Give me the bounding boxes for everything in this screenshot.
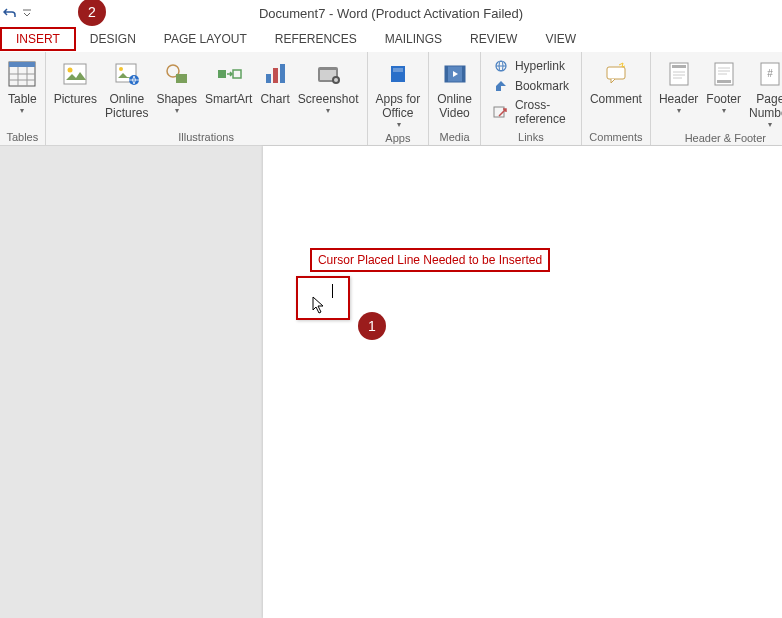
chevron-down-icon: ▾: [768, 120, 772, 129]
svg-point-8: [68, 68, 73, 73]
chevron-down-icon: ▾: [397, 120, 401, 129]
pictures-button[interactable]: Pictures: [50, 55, 101, 108]
comment-icon: [603, 57, 629, 91]
ribbon: Table ▾ Tables Pictures Online Pictures …: [0, 52, 782, 146]
group-label-media: Media: [429, 130, 480, 145]
cross-reference-label: Cross-reference: [515, 98, 569, 126]
document-page[interactable]: [263, 146, 782, 618]
cross-reference-button[interactable]: Cross-reference: [491, 97, 571, 127]
group-label-links: Links: [481, 130, 581, 145]
group-media: Online Video Media: [429, 52, 481, 145]
comment-button[interactable]: Comment: [586, 55, 646, 108]
svg-rect-15: [233, 70, 241, 78]
annotation-badge-1: 1: [358, 312, 386, 340]
group-label-apps: Apps: [368, 131, 429, 146]
tab-review[interactable]: REVIEW: [456, 27, 531, 51]
apps-label: Apps for Office: [376, 92, 421, 120]
shapes-label: Shapes: [156, 92, 197, 106]
header-button[interactable]: Header ▾: [655, 55, 702, 117]
svg-rect-26: [445, 66, 448, 82]
chevron-down-icon: ▾: [722, 106, 726, 115]
table-icon: [8, 57, 36, 91]
ribbon-tabs: INSERT DESIGN PAGE LAYOUT REFERENCES MAI…: [0, 26, 782, 52]
svg-rect-42: [717, 80, 731, 83]
comment-label: Comment: [590, 92, 642, 106]
footer-button[interactable]: Footer ▾: [702, 55, 745, 117]
svg-point-22: [334, 78, 338, 82]
apps-for-office-button[interactable]: Apps for Office ▾: [372, 55, 425, 131]
table-label: Table: [8, 92, 37, 106]
svg-rect-13: [176, 74, 187, 83]
svg-rect-18: [280, 64, 285, 83]
svg-rect-27: [462, 66, 465, 82]
group-comments: Comment Comments: [582, 52, 651, 145]
svg-text:#: #: [768, 68, 774, 79]
mouse-cursor-icon: [312, 296, 326, 314]
text-caret: [332, 284, 333, 298]
tab-insert[interactable]: INSERT: [0, 27, 76, 51]
chevron-down-icon: ▾: [326, 106, 330, 115]
footer-label: Footer: [706, 92, 741, 106]
qat-dropdown-icon[interactable]: [22, 6, 32, 20]
undo-icon[interactable]: [2, 5, 18, 21]
annotation-cursor-label: Cursor Placed Line Needed to be Inserted: [310, 248, 550, 272]
apps-icon: [385, 57, 411, 91]
tab-mailings[interactable]: MAILINGS: [371, 27, 456, 51]
footer-icon: [713, 57, 735, 91]
video-label: Online Video: [437, 92, 472, 120]
svg-rect-7: [64, 64, 86, 84]
chevron-down-icon: ▾: [20, 106, 24, 115]
pictures-icon: [62, 57, 88, 91]
svg-point-10: [119, 67, 123, 71]
workspace: [0, 146, 782, 618]
hyperlink-button[interactable]: Hyperlink: [491, 57, 571, 75]
group-label-illustrations: Illustrations: [46, 130, 367, 145]
group-apps: Apps for Office ▾ Apps: [368, 52, 430, 145]
annotation-cursor-box: [296, 276, 350, 320]
online-pictures-icon: [114, 57, 140, 91]
tab-design[interactable]: DESIGN: [76, 27, 150, 51]
page-number-icon: #: [759, 57, 781, 91]
screenshot-button[interactable]: Screenshot ▾: [294, 55, 363, 117]
chevron-down-icon: ▾: [677, 106, 681, 115]
chart-icon: [263, 57, 287, 91]
pictures-label: Pictures: [54, 92, 97, 106]
header-icon: [668, 57, 690, 91]
online-pictures-label: Online Pictures: [105, 92, 148, 120]
window-title: Document7 - Word (Product Activation Fai…: [259, 6, 523, 21]
chart-button[interactable]: Chart: [256, 55, 293, 108]
group-tables: Table ▾ Tables: [0, 52, 46, 145]
tab-view[interactable]: VIEW: [531, 27, 590, 51]
svg-rect-32: [607, 67, 625, 79]
screenshot-icon: [315, 57, 341, 91]
titlebar: Document7 - Word (Product Activation Fai…: [0, 0, 782, 26]
shapes-icon: [164, 57, 190, 91]
online-pictures-button[interactable]: Online Pictures: [101, 55, 152, 122]
table-button[interactable]: Table ▾: [4, 55, 41, 117]
shapes-button[interactable]: Shapes ▾: [152, 55, 201, 117]
video-icon: [442, 57, 468, 91]
group-label-comments: Comments: [582, 130, 650, 145]
group-links: Hyperlink Bookmark Cross-reference Links: [481, 52, 582, 145]
chevron-down-icon: ▾: [175, 106, 179, 115]
hyperlink-icon: [493, 58, 509, 74]
online-video-button[interactable]: Online Video: [433, 55, 476, 122]
group-label-tables: Tables: [0, 130, 45, 145]
bookmark-icon: [493, 78, 509, 94]
page-number-button[interactable]: # Page Number ▾: [745, 55, 782, 131]
chart-label: Chart: [260, 92, 289, 106]
bookmark-label: Bookmark: [515, 79, 569, 93]
tab-references[interactable]: REFERENCES: [261, 27, 371, 51]
svg-rect-2: [9, 62, 35, 67]
screenshot-label: Screenshot: [298, 92, 359, 106]
bookmark-button[interactable]: Bookmark: [491, 77, 571, 95]
smartart-icon: [216, 57, 242, 91]
svg-rect-14: [218, 70, 226, 78]
smartart-button[interactable]: SmartArt: [201, 55, 256, 108]
smartart-label: SmartArt: [205, 92, 252, 106]
group-label-header-footer: Header & Footer: [651, 131, 782, 146]
cross-reference-icon: [493, 104, 509, 120]
tab-page-layout[interactable]: PAGE LAYOUT: [150, 27, 261, 51]
page-number-label: Page Number: [749, 92, 782, 120]
group-illustrations: Pictures Online Pictures Shapes ▾ SmartA…: [46, 52, 368, 145]
